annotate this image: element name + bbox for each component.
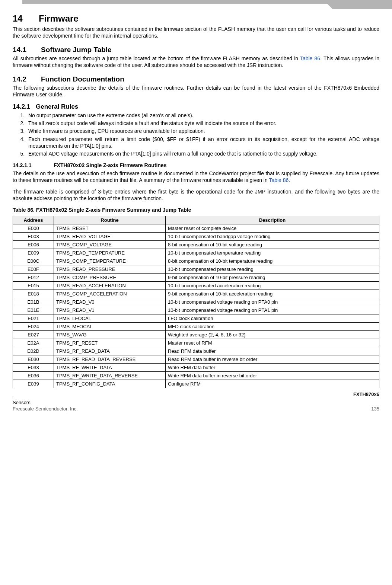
cell-address: E003 [13, 233, 54, 241]
section-14-2-1-1-p1: The details on the use and execution of … [13, 170, 379, 183]
cell-description: 10-bit uncompensated acceleration readin… [166, 282, 379, 290]
section-number: 14.2.1 [13, 103, 36, 111]
cell-routine: TPMS_READ_ACCELERATION [54, 282, 166, 290]
cell-description: Master reset of complete device [166, 224, 379, 233]
table-row: E015TPMS_READ_ACCELERATION10-bit uncompe… [13, 282, 379, 290]
cell-address: E009 [13, 249, 54, 257]
section-14-1-heading: 14.1Software Jump Table [13, 46, 379, 54]
cell-description: 8-bit compensation of 10-bit temperature… [166, 257, 379, 265]
page-footer: FXTH870x6 Sensors Freescale Semiconducto… [13, 398, 379, 412]
text-fragment: All subroutines are accessed through a j… [13, 55, 300, 61]
cell-address: E00F [13, 265, 54, 274]
section-title: FXTH870x02 Single Z-axis Firmware Routin… [54, 162, 166, 168]
table-row: E027TPMS_WAVGWeighted average (2, 4, 8, … [13, 331, 379, 339]
cell-address: E036 [13, 372, 54, 380]
cell-routine: TPMS_READ_TEMPERATURE [54, 249, 166, 257]
table-row: E02DTPMS_RF_READ_DATARead RFM data buffe… [13, 347, 379, 355]
cell-address: E00C [13, 257, 54, 265]
cell-routine: TPMS_READ_V1 [54, 306, 166, 314]
cell-routine: TPMS_RF_RESET [54, 339, 166, 347]
cell-address: E030 [13, 355, 54, 364]
cell-routine: TPMS_READ_PRESSURE [54, 265, 166, 274]
cell-address: E027 [13, 331, 54, 339]
cell-routine: TPMS_COMP_TEMPERATURE [54, 257, 166, 265]
chapter-heading: 14Firmware [13, 13, 379, 24]
cell-routine: TPMS_RF_READ_DATA_REVERSE [54, 355, 166, 364]
cell-routine: TPMS_RF_WRITE_DATA [54, 364, 166, 372]
firmware-jump-table: Table 86. FXTH870x02 Single Z-axis Firmw… [13, 207, 379, 388]
cell-description: Weighted average (2, 4, 8, 16 or 32) [166, 331, 379, 339]
col-address: Address [13, 216, 54, 224]
section-14-2-1-heading: 14.2.1General Rules [13, 103, 379, 111]
cell-description: 10-bit uncompensated voltage reading on … [166, 306, 379, 314]
table-row: E021TPMS_LFOCALLFO clock calibration [13, 314, 379, 323]
table-row: E018TPMS_COMP_ACCELERATION9-bit compensa… [13, 290, 379, 298]
cell-routine: TPMS_COMP_ACCELERATION [54, 290, 166, 298]
cell-description: 10-bit uncompensated pressure reading [166, 265, 379, 274]
list-item: The all zero's output code will always i… [26, 120, 379, 127]
chapter-number: 14 [13, 13, 39, 24]
cell-description: LFO clock calibration [166, 314, 379, 323]
footer-company: Freescale Semiconductor, Inc. [13, 406, 78, 412]
cell-description: Write RFM data buffer [166, 364, 379, 372]
cell-routine: TPMS_READ_VOLTAGE [54, 233, 166, 241]
cell-description: Read RFM data buffer in reverse bit orde… [166, 355, 379, 364]
cell-description: Master reset of RFM [166, 339, 379, 347]
cell-routine: TPMS_READ_V0 [54, 298, 166, 306]
cell-routine: TPMS_MFOCAL [54, 323, 166, 331]
table-86-link[interactable]: Table 86 [269, 177, 289, 183]
list-item: Each measured parameter will return a li… [26, 136, 379, 149]
section-14-2-1-1-heading: 14.2.1.1FXTH870x02 Single Z-axis Firmwar… [13, 162, 379, 168]
section-number: 14.2.1.1 [13, 162, 54, 168]
section-14-2-heading: 14.2Function Documentation [13, 75, 379, 83]
section-title: Function Documentation [41, 75, 124, 83]
cell-address: E015 [13, 282, 54, 290]
section-14-2-body: The following subsections describe the d… [13, 85, 379, 98]
cell-description: Write RFM data buffer in reverse bit ord… [166, 372, 379, 380]
intro-paragraph: This section describes the software subr… [13, 26, 379, 39]
table-row: E01ETPMS_READ_V110-bit uncompensated vol… [13, 306, 379, 314]
cell-address: E033 [13, 364, 54, 372]
cell-address: E02D [13, 347, 54, 355]
product-name: FXTH870x6 [353, 391, 379, 397]
table-caption: Table 86. FXTH870x02 Single Z-axis Firmw… [13, 207, 379, 216]
cell-routine: TPMS_WAVG [54, 331, 166, 339]
cell-description: 9-bit compensation of 10-bit pressure re… [166, 274, 379, 282]
cell-description: 10-bit uncompensated voltage reading on … [166, 298, 379, 306]
cell-description: 10-bit uncompensated bandgap voltage rea… [166, 233, 379, 241]
col-description: Description [166, 216, 379, 224]
section-number: 14.2 [13, 75, 41, 83]
table-row: E00CTPMS_COMP_TEMPERATURE8-bit compensat… [13, 257, 379, 265]
text-fragment: . [289, 177, 290, 183]
cell-address: E012 [13, 274, 54, 282]
cell-address: E018 [13, 290, 54, 298]
cell-routine: TPMS_RF_WRITE_DATA_REVERSE [54, 372, 166, 380]
table-row: E030TPMS_RF_READ_DATA_REVERSERead RFM da… [13, 355, 379, 364]
cell-description: MFO clock calibration [166, 323, 379, 331]
table-row: E033TPMS_RF_WRITE_DATAWrite RFM data buf… [13, 364, 379, 372]
header-rule [22, 0, 392, 4]
table-row: E000TPMS_RESETMaster reset of complete d… [13, 224, 379, 233]
table-86-link[interactable]: Table 86 [300, 55, 320, 61]
table-row: E006TPMS_COMP_VOLTAGE8-bit compensation … [13, 241, 379, 249]
cell-description: Read RFM data buffer [166, 347, 379, 355]
col-routine: Routine [54, 216, 166, 224]
table-row: E00FTPMS_READ_PRESSURE10-bit uncompensat… [13, 265, 379, 274]
list-item: External ADC voltage measurements on the… [26, 150, 379, 157]
cell-address: E01B [13, 298, 54, 306]
cell-description: 8-bit compensation of 10-bit voltage rea… [166, 241, 379, 249]
cell-address: E000 [13, 224, 54, 233]
cell-description: 9-bit compensation of 10-bit acceleratio… [166, 290, 379, 298]
section-14-2-1-1-p2: The firmware table is comprised of 3-byt… [13, 189, 379, 202]
section-title: General Rules [36, 103, 78, 110]
cell-description: 10-bit uncompensated temperature reading [166, 249, 379, 257]
cell-address: E024 [13, 323, 54, 331]
cell-address: E039 [13, 380, 54, 388]
table-row: E039TPMS_RF_CONFIG_DATAConfigure RFM [13, 380, 379, 388]
section-14-1-body: All subroutines are accessed through a j… [13, 55, 379, 68]
cell-routine: TPMS_RF_READ_DATA [54, 347, 166, 355]
cell-routine: TPMS_COMP_VOLTAGE [54, 241, 166, 249]
table-row: E02ATPMS_RF_RESETMaster reset of RFM [13, 339, 379, 347]
table-row: E024TPMS_MFOCALMFO clock calibration [13, 323, 379, 331]
page-body: 14Firmware This section describes the so… [0, 4, 392, 419]
